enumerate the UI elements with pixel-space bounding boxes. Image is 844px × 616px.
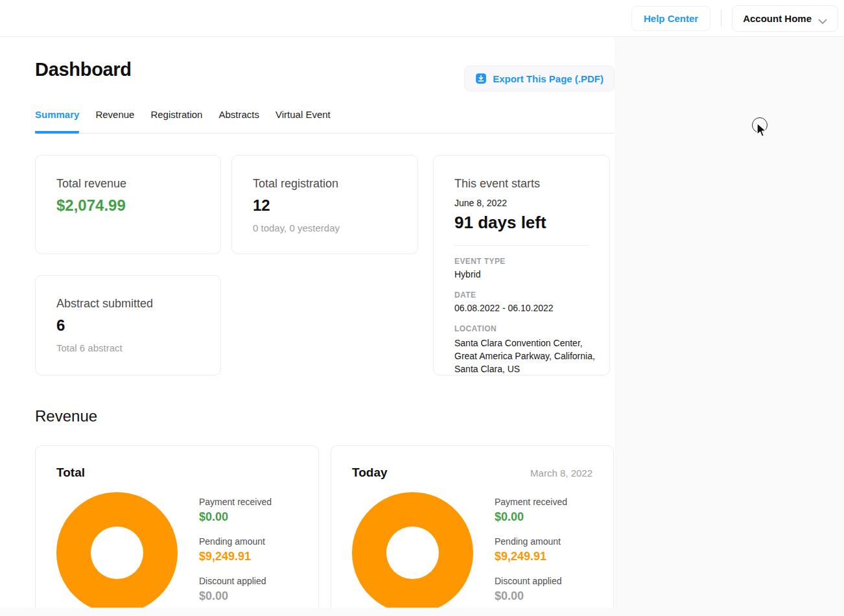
abstract-submitted-sub: Total 6 abstract — [56, 342, 200, 353]
event-date-label: DATE — [454, 290, 589, 300]
event-type-value: Hybrid — [454, 269, 589, 279]
tab-revenue[interactable]: Revenue — [95, 109, 134, 134]
stat-label: Discount applied — [495, 576, 567, 586]
revenue-today-title: Today — [352, 466, 388, 480]
total-registration-value: 12 — [253, 196, 397, 215]
stat-value: $0.00 — [495, 589, 567, 603]
stat-label: Pending amount — [199, 536, 272, 547]
tab-summary[interactable]: Summary — [35, 109, 79, 134]
download-icon — [475, 73, 487, 84]
abstract-submitted-label: Abstract submitted — [56, 297, 200, 311]
stat-label: Pending amount — [495, 536, 567, 547]
account-home-label: Account Home — [743, 13, 812, 24]
stat-value: $0.00 — [199, 589, 272, 603]
revenue-section-title: Revenue — [35, 407, 615, 425]
tab-abstracts[interactable]: Abstracts — [218, 109, 259, 134]
chevron-down-icon — [818, 16, 827, 21]
export-pdf-label: Export This Page (.PDF) — [493, 73, 604, 84]
event-location-value: Santa Clara Convention Center, Great Ame… — [454, 337, 606, 375]
stat-payment-received: Payment received $0.00 — [495, 497, 567, 524]
help-center-button[interactable]: Help Center — [631, 6, 710, 31]
event-days-left: 91 days left — [454, 213, 589, 233]
abstract-submitted-card: Abstract submitted 6 Total 6 abstract — [35, 275, 221, 375]
total-registration-sub: 0 today, 0 yesterday — [253, 222, 397, 233]
stat-discount-applied: Discount applied $0.00 — [495, 576, 567, 603]
event-location-label: LOCATION — [454, 324, 589, 333]
dashboard-page: Help Center Account Home Dashboard — [0, 0, 844, 616]
event-start-date: June 8, 2022 — [454, 198, 589, 208]
event-divider — [454, 245, 589, 246]
stat-label: Discount applied — [199, 576, 272, 586]
total-revenue-card: Total revenue $2,074.99 — [35, 155, 221, 254]
account-home-button[interactable]: Account Home — [732, 5, 838, 32]
revenue-total-card: Total Payment received $0.00 Pending amo… — [35, 445, 319, 608]
stat-label: Payment received — [495, 497, 567, 507]
revenue-today-donut-chart — [352, 492, 473, 608]
page-title: Dashboard — [35, 59, 132, 80]
total-registration-card: Total registration 12 0 today, 0 yesterd… — [231, 155, 418, 254]
stat-label: Payment received — [199, 497, 272, 507]
stat-pending-amount: Pending amount $9,249.91 — [199, 536, 272, 563]
event-type-label: EVENT TYPE — [454, 257, 589, 266]
tab-bar: Summary Revenue Registration Abstracts V… — [35, 109, 615, 134]
revenue-total-title: Total — [56, 466, 85, 480]
export-pdf-button[interactable]: Export This Page (.PDF) — [464, 65, 615, 91]
revenue-today-date: March 8, 2022 — [530, 468, 592, 479]
event-info-card: This event starts June 8, 2022 91 days l… — [433, 155, 610, 375]
stat-payment-received: Payment received $0.00 — [199, 497, 272, 524]
mouse-cursor-icon — [756, 123, 768, 141]
stat-value: $9,249.91 — [199, 550, 272, 563]
stat-discount-applied: Discount applied $0.00 — [199, 576, 272, 603]
event-date-range: 06.08.2022 - 06.10.2022 — [454, 303, 589, 313]
tab-registration[interactable]: Registration — [150, 109, 202, 134]
top-bar: Help Center Account Home — [0, 0, 844, 37]
abstract-submitted-value: 6 — [56, 316, 200, 335]
tab-virtual-event[interactable]: Virtual Event — [275, 109, 331, 134]
stat-pending-amount: Pending amount $9,249.91 — [495, 536, 567, 563]
stat-value: $0.00 — [199, 510, 272, 524]
total-revenue-label: Total revenue — [56, 177, 200, 191]
event-starts-label: This event starts — [454, 177, 589, 191]
revenue-total-donut-chart — [56, 492, 178, 608]
stat-value: $0.00 — [495, 510, 567, 524]
total-revenue-value: $2,074.99 — [56, 196, 200, 215]
main-content: Dashboard Export This Page (.PDF) Summar… — [0, 37, 615, 608]
topbar-divider — [721, 10, 721, 27]
revenue-today-card: Today March 8, 2022 Payment received $0.… — [331, 445, 614, 608]
stat-value: $9,249.91 — [495, 550, 567, 563]
total-registration-label: Total registration — [253, 177, 397, 191]
